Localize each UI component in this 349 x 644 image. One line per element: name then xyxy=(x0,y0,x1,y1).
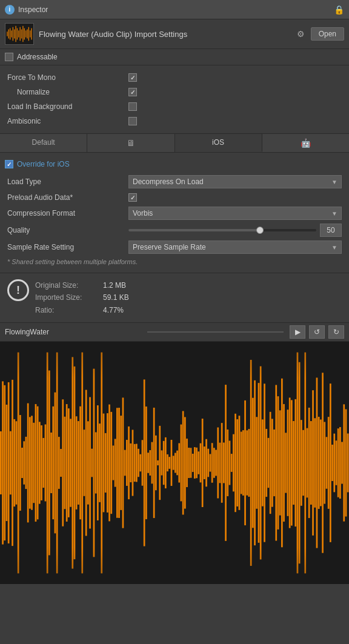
ambisonic-value xyxy=(128,117,342,125)
load-type-dropdown-arrow: ▼ xyxy=(331,179,337,185)
svg-rect-15 xyxy=(27,29,27,38)
compression-format-dropdown-arrow: ▼ xyxy=(331,210,337,217)
settings-section: Force To Mono Normalize Load In Backgrou… xyxy=(0,65,349,134)
compression-format-label: Compression Format xyxy=(7,209,128,217)
inspector-title: Inspector xyxy=(18,5,48,14)
load-in-background-label: Load In Background xyxy=(7,102,128,111)
ratio-row: Ratio: 4.77% xyxy=(35,304,129,316)
svg-rect-14 xyxy=(25,30,26,37)
load-type-label: Load Type xyxy=(7,178,128,186)
thumbnail-waveform xyxy=(5,24,33,44)
audio-player-row: FlowingWater ▶ ↺ ↻ xyxy=(0,323,349,342)
compression-format-dropdown-value: Vorbis xyxy=(133,209,153,217)
tab-desktop[interactable]: 🖥 xyxy=(87,134,174,152)
asset-header: Flowing Water (Audio Clip) Import Settin… xyxy=(0,19,349,49)
svg-rect-5 xyxy=(13,27,13,41)
svg-rect-13 xyxy=(24,28,25,40)
load-in-background-row: Load In Background xyxy=(0,99,349,114)
inspector-info-icon: i xyxy=(5,5,15,15)
sample-rate-setting-label: Sample Rate Setting xyxy=(7,243,128,251)
tab-default[interactable]: Default xyxy=(0,134,87,152)
file-info-section: ! Original Size: 1.2 MB Imported Size: 5… xyxy=(0,273,349,323)
addressable-checkbox[interactable] xyxy=(5,53,13,61)
open-button[interactable]: Open xyxy=(311,27,344,41)
force-to-mono-checkbox[interactable] xyxy=(128,73,137,82)
svg-rect-10 xyxy=(19,27,20,41)
load-in-background-checkbox[interactable] xyxy=(128,102,137,111)
sample-rate-dropdown[interactable]: Preserve Sample Rate ▼ xyxy=(128,241,342,254)
preload-audio-value xyxy=(128,193,342,202)
asset-thumbnail xyxy=(5,23,34,45)
original-size-row: Original Size: 1.2 MB xyxy=(35,279,129,291)
sample-rate-setting-value: Preserve Sample Rate ▼ xyxy=(128,241,342,254)
force-to-mono-label: Force To Mono xyxy=(7,73,128,82)
file-info-table: Original Size: 1.2 MB Imported Size: 59.… xyxy=(35,279,129,316)
addressable-row: Addressable xyxy=(0,49,349,65)
refresh-button[interactable]: ↻ xyxy=(328,325,344,339)
override-header: Override for iOS xyxy=(0,158,349,171)
override-section: Override for iOS Load Type Decompress On… xyxy=(0,153,349,273)
svg-rect-12 xyxy=(22,26,23,42)
platform-tabs: Default 🖥 iOS 🤖 xyxy=(0,134,349,153)
svg-rect-17 xyxy=(30,30,30,37)
compression-format-row: Compression Format Vorbis ▼ xyxy=(0,205,349,222)
load-type-dropdown[interactable]: Decompress On Load ▼ xyxy=(128,175,342,188)
imported-size-value: 59.1 KB xyxy=(103,291,129,304)
quality-slider-track[interactable] xyxy=(128,229,316,231)
ambisonic-row: Ambisonic xyxy=(0,114,349,128)
sample-rate-dropdown-arrow: ▼ xyxy=(331,244,337,251)
lock-icon[interactable]: 🔒 xyxy=(334,5,344,15)
inspector-header: i Inspector 🔒 xyxy=(0,0,349,19)
svg-rect-3 xyxy=(10,28,10,40)
svg-rect-6 xyxy=(14,29,15,38)
ambisonic-label: Ambisonic xyxy=(7,117,128,125)
player-progress-bar xyxy=(147,331,284,333)
override-label: Override for iOS xyxy=(17,160,70,168)
ratio-value: 4.77% xyxy=(103,304,124,316)
tab-ios-label: iOS xyxy=(212,138,224,147)
svg-rect-8 xyxy=(17,28,18,40)
load-type-row: Load Type Decompress On Load ▼ xyxy=(0,173,349,190)
original-size-value: 1.2 MB xyxy=(103,279,126,291)
load-type-value: Decompress On Load ▼ xyxy=(128,175,342,188)
override-checkbox[interactable] xyxy=(5,160,13,168)
audio-file-name: FlowingWater xyxy=(5,328,141,336)
quality-slider-value: 50 xyxy=(320,224,342,237)
compression-format-dropdown[interactable]: Vorbis ▼ xyxy=(128,207,342,220)
svg-rect-9 xyxy=(18,30,19,37)
quality-slider-container: 50 xyxy=(128,224,342,237)
quality-slider-fill xyxy=(128,229,260,231)
tab-ios[interactable]: iOS xyxy=(175,134,262,152)
loop-button[interactable]: ↺ xyxy=(309,325,325,339)
android-icon: 🤖 xyxy=(301,138,311,148)
svg-rect-4 xyxy=(11,30,12,37)
normalize-row: Normalize xyxy=(0,85,349,99)
preload-audio-row: Preload Audio Data* xyxy=(0,190,349,205)
play-button[interactable]: ▶ xyxy=(290,325,305,339)
preload-audio-label: Preload Audio Data* xyxy=(7,193,128,202)
addressable-label: Addressable xyxy=(17,53,58,61)
normalize-checkbox[interactable] xyxy=(128,88,137,96)
quality-label: Quality xyxy=(7,226,128,234)
imported-size-label: Imported Size: xyxy=(35,291,96,304)
svg-rect-11 xyxy=(21,29,22,38)
tab-android[interactable]: 🤖 xyxy=(262,134,349,152)
load-in-background-value xyxy=(128,102,342,111)
normalize-value xyxy=(128,88,342,96)
shared-setting-note: * Shared setting between multiple platfo… xyxy=(0,256,349,268)
svg-rect-2 xyxy=(8,29,9,38)
ratio-label: Ratio: xyxy=(35,304,96,316)
settings-icon-button[interactable]: ⚙ xyxy=(294,28,307,40)
force-to-mono-value xyxy=(128,73,342,82)
preload-audio-checkbox[interactable] xyxy=(128,193,137,202)
ambisonic-checkbox[interactable] xyxy=(128,117,137,125)
quality-row: Quality 50 xyxy=(0,222,349,239)
desktop-icon: 🖥 xyxy=(127,138,135,148)
quality-slider-thumb[interactable] xyxy=(256,227,264,234)
svg-rect-1 xyxy=(7,32,7,36)
normalize-label: Normalize xyxy=(7,88,128,96)
asset-header-actions: ⚙ Open xyxy=(294,27,344,41)
svg-rect-18 xyxy=(31,28,32,40)
sample-rate-dropdown-value: Preserve Sample Rate xyxy=(133,243,206,251)
compression-format-value: Vorbis ▼ xyxy=(128,207,342,220)
